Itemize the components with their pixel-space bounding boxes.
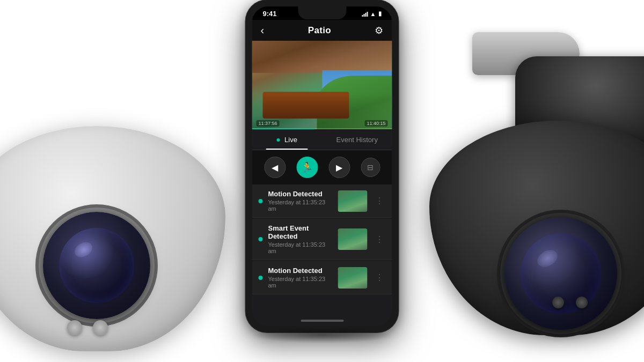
person-button[interactable]: 🏃 <box>296 157 318 178</box>
event-menu-0[interactable]: ⋮ <box>373 194 386 208</box>
back-button[interactable]: ‹ <box>261 24 265 36</box>
phone-shadow <box>252 327 392 343</box>
event-time-1: Yesterday at 11:35:23 am <box>268 241 333 254</box>
tab-history[interactable]: Event History <box>322 129 392 150</box>
event-menu-2[interactable]: ⋮ <box>373 270 386 285</box>
event-info-2: Motion Detected Yesterday at 11:35:23 am <box>268 267 333 289</box>
event-time-2: Yesterday at 11:35:23 am <box>268 276 333 289</box>
phone: 9:41 ▲ ▮ ‹ Patio <box>246 0 399 333</box>
event-thumb-2 <box>338 267 368 289</box>
camera-left-light-2 <box>93 320 108 335</box>
next-button[interactable]: ▶ <box>328 157 350 178</box>
event-thumb-1 <box>338 228 368 250</box>
feed-timestamps: 11:37:56 11:40:15 <box>252 120 392 127</box>
prev-button[interactable]: ◀ <box>264 157 286 178</box>
event-info-0: Motion Detected Yesterday at 11:35:23 am <box>268 190 333 212</box>
status-time: 9:41 <box>263 10 277 18</box>
event-item-0[interactable]: Motion Detected Yesterday at 11:35:23 am… <box>252 184 392 218</box>
event-thumb-0 <box>338 190 368 212</box>
tab-bar: Live Event History <box>252 129 392 150</box>
tab-live[interactable]: Live <box>252 129 323 150</box>
timestamp-right: 11:40:15 <box>364 120 387 127</box>
event-dot-2 <box>259 276 263 280</box>
camera-right-lights <box>552 297 588 308</box>
signal-bar-1 <box>362 15 363 17</box>
camera-feed[interactable]: 11:37:56 11:40:15 <box>252 41 392 129</box>
camera-left-lens-outer <box>43 212 150 319</box>
camera-right-light-1 <box>552 297 564 308</box>
event-title-0: Motion Detected <box>268 190 333 198</box>
event-title-1: Smart Event Detected <box>268 224 333 240</box>
battery-icon: ▮ <box>378 10 382 17</box>
camera-left-lens-inner <box>59 228 134 303</box>
event-menu-1[interactable]: ⋮ <box>373 232 386 247</box>
signal-bar-4 <box>367 12 368 17</box>
timestamp-left: 11:37:56 <box>257 120 280 127</box>
status-icons: ▲ ▮ <box>362 10 382 17</box>
live-dot <box>277 138 280 142</box>
phone-screen: 9:41 ▲ ▮ ‹ Patio <box>252 6 392 326</box>
tab-active-indicator <box>266 149 308 150</box>
signal-icon <box>362 11 368 17</box>
camera-left-lights <box>67 320 108 335</box>
event-item-2[interactable]: Motion Detected Yesterday at 11:35:23 am… <box>252 261 392 294</box>
home-bar <box>301 320 343 322</box>
camera-right-lens-highlight <box>535 247 561 270</box>
phone-container: 9:41 ▲ ▮ ‹ Patio <box>246 0 399 333</box>
nav-title: Patio <box>308 25 331 36</box>
feed-overlay <box>252 41 392 129</box>
event-list: Motion Detected Yesterday at 11:35:23 am… <box>252 184 392 315</box>
settings-button[interactable]: ⚙ <box>375 25 383 36</box>
nav-bar: ‹ Patio ⚙ <box>252 20 392 41</box>
home-indicator <box>252 315 392 326</box>
scene: 9:41 ▲ ▮ ‹ Patio <box>0 0 644 362</box>
camera-right-lens-outer <box>504 217 617 330</box>
prev-icon: ◀ <box>272 162 278 173</box>
camera-right-body <box>429 121 644 335</box>
controls-bar: ◀ 🏃 ▶ ⊟ <box>252 150 392 184</box>
tab-live-label: Live <box>284 136 297 144</box>
camera-left <box>0 72 247 351</box>
event-dot-1 <box>259 237 263 241</box>
camera-left-body <box>0 126 225 351</box>
phone-notch <box>298 6 346 19</box>
camera-left-lens-highlight <box>72 239 95 260</box>
camera-left-light-1 <box>67 320 82 335</box>
camera-right-light-2 <box>576 297 588 308</box>
wifi-icon: ▲ <box>370 11 376 17</box>
event-item-1[interactable]: Smart Event Detected Yesterday at 11:35:… <box>252 219 392 260</box>
event-title-2: Motion Detected <box>268 267 333 275</box>
filter-icon: ⊟ <box>367 163 374 172</box>
camera-right <box>386 56 644 357</box>
tab-history-label: Event History <box>336 136 378 144</box>
event-dot-0 <box>259 199 263 203</box>
event-time-0: Yesterday at 11:35:23 am <box>268 199 333 212</box>
filter-button[interactable]: ⊟ <box>361 158 380 177</box>
signal-bar-2 <box>364 14 365 17</box>
next-icon: ▶ <box>336 162 342 173</box>
person-icon: 🏃 <box>301 161 313 173</box>
signal-bar-3 <box>365 13 367 17</box>
event-info-1: Smart Event Detected Yesterday at 11:35:… <box>268 224 333 254</box>
